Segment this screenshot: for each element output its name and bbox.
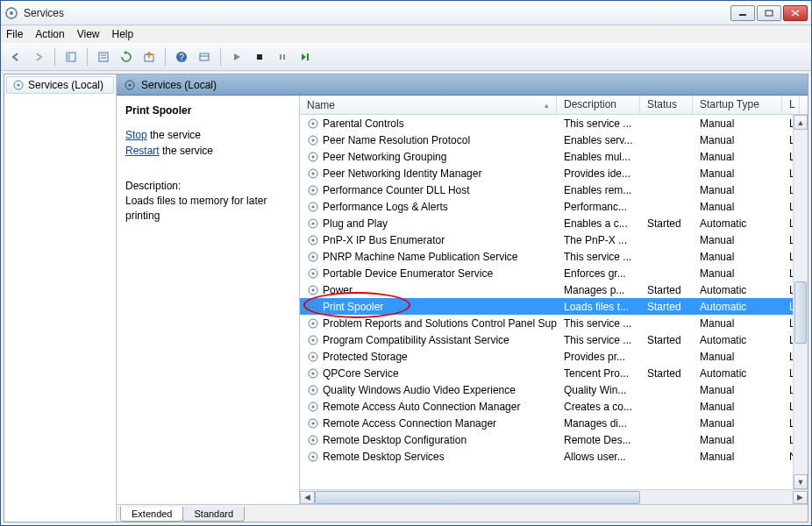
service-row[interactable]: Remote Access Connection ManagerManages … [300,415,808,431]
service-row[interactable]: Quality Windows Audio Video ExperienceQu… [300,381,808,398]
cell-description: Remote Des... [557,434,640,446]
service-row[interactable]: PNRP Machine Name Publication ServiceThi… [300,248,808,265]
gear-icon [307,434,319,446]
service-row[interactable]: Program Compatibility Assistant ServiceT… [300,331,808,348]
svg-point-59 [312,372,315,374]
service-actions: Stop the service Restart the service [125,127,290,159]
cell-description: This service ... [557,251,640,263]
pause-service-button[interactable] [273,47,292,67]
service-row[interactable]: Problem Reports and Solutions Control Pa… [300,315,808,331]
service-row[interactable]: Print SpoolerLoads files t...StartedAuto… [300,298,808,315]
service-row[interactable]: Plug and PlayEnables a c...StartedAutoma… [300,215,808,231]
maximize-button[interactable] [757,5,781,21]
title-bar[interactable]: Services [1,1,811,25]
show-hide-tree-button[interactable] [61,47,81,67]
minimize-button[interactable] [730,5,755,21]
close-button[interactable] [783,5,808,21]
menu-view[interactable]: View [77,28,100,40]
service-row[interactable]: Performance Logs & AlertsPerformanc...Ma… [300,198,808,215]
horizontal-scrollbar[interactable]: ◀ ▶ [300,489,808,504]
service-row[interactable]: Remote Desktop ServicesAllows user...Man… [300,448,808,465]
menu-file[interactable]: File [6,28,23,40]
cell-name: Parental Controls [300,117,557,130]
vertical-scrollbar[interactable]: ▲ ▼ [793,115,808,489]
svg-point-53 [312,322,315,324]
back-button[interactable] [6,47,25,67]
tree-item-services-local[interactable]: Services (Local) [6,76,114,94]
svg-point-33 [312,155,315,158]
list-rows[interactable]: Parental ControlsThis service ...ManualL… [300,115,808,489]
svg-rect-11 [67,53,70,61]
cell-description: Allows user... [557,451,640,463]
hscroll-track[interactable] [315,491,793,504]
view-tabs: Extended Standard [117,504,808,522]
hscroll-thumb[interactable] [315,491,640,504]
tab-extended[interactable]: Extended [120,507,183,522]
svg-point-37 [312,188,315,191]
tab-standard[interactable]: Standard [182,507,245,522]
menu-action[interactable]: Action [35,28,64,40]
export-button[interactable] [139,47,159,67]
forward-button[interactable] [29,47,48,67]
scroll-left-button[interactable]: ◀ [300,491,315,504]
cell-name: Portable Device Enumerator Service [300,267,557,280]
stop-link[interactable]: Stop [125,129,147,141]
svg-point-51 [312,305,315,308]
scroll-right-button[interactable]: ▶ [793,491,808,504]
pane-header-title: Services (Local) [141,79,217,91]
column-name[interactable]: Name▴ [300,96,557,114]
column-startup[interactable]: Startup Type [693,96,782,114]
selected-service-name: Print Spooler [125,104,290,117]
service-row[interactable]: PowerManages p...StartedAutomaticL [300,281,808,298]
column-description[interactable]: Description [557,96,640,114]
gear-icon [307,167,319,180]
cell-name: PnP-X IP Bus Enumerator [300,234,557,246]
content-area: Services (Local) Services (Local) Print … [4,74,808,522]
service-row[interactable]: Parental ControlsThis service ...ManualL [300,115,808,132]
vscroll-track[interactable] [794,130,808,474]
start-service-button[interactable] [227,47,246,67]
toolbar-button-8[interactable] [195,47,214,67]
cell-startup: Manual [693,451,782,463]
service-row[interactable]: Portable Device Enumerator ServiceEnforc… [300,265,808,281]
vscroll-thumb[interactable] [794,281,807,344]
console-tree-pane[interactable]: Services (Local) [4,75,117,522]
service-row[interactable]: Remote Access Auto Connection ManagerCre… [300,398,808,415]
service-row[interactable]: QPCore ServiceTencent Pro...StartedAutom… [300,365,808,381]
refresh-button[interactable] [117,47,136,67]
service-row[interactable]: Peer Name Resolution ProtocolEnables ser… [300,132,808,148]
help-button[interactable]: ? [172,47,191,67]
service-row[interactable]: Peer Networking GroupingEnables mul...Ma… [300,148,808,165]
svg-rect-7 [766,11,773,16]
cell-name: Remote Access Connection Manager [300,417,557,430]
gear-icon [124,79,136,91]
svg-rect-21 [280,54,281,60]
service-row[interactable]: Remote Desktop ConfigurationRemote Des..… [300,431,808,448]
gear-icon [307,334,319,346]
service-row[interactable]: PnP-X IP Bus EnumeratorThe PnP-X ...Manu… [300,231,808,248]
gear-icon [307,401,319,413]
restart-service-button[interactable] [296,47,315,67]
svg-point-67 [312,438,315,441]
cell-startup: Manual [693,134,782,146]
properties-button[interactable] [94,47,113,67]
menu-help[interactable]: Help [112,28,134,40]
restart-link[interactable]: Restart [125,145,160,157]
cell-name: Protected Storage [300,351,557,363]
gear-icon [307,234,319,246]
cell-name: Performance Counter DLL Host [300,184,557,196]
column-status[interactable]: Status [640,96,693,114]
column-logon[interactable]: L [782,96,800,114]
svg-point-39 [312,205,315,208]
gear-icon [307,117,319,130]
gear-icon [307,384,319,396]
scroll-up-button[interactable]: ▲ [794,115,808,130]
stop-service-button[interactable] [250,47,269,67]
scroll-down-button[interactable]: ▼ [794,474,808,489]
svg-rect-12 [99,53,108,61]
cell-startup: Automatic [693,334,782,346]
service-row[interactable]: Protected StorageProvides pr...ManualL [300,348,808,365]
service-row[interactable]: Peer Networking Identity ManagerProvides… [300,165,808,181]
service-row[interactable]: Performance Counter DLL HostEnables rem.… [300,181,808,198]
cell-status: Started [640,301,693,313]
